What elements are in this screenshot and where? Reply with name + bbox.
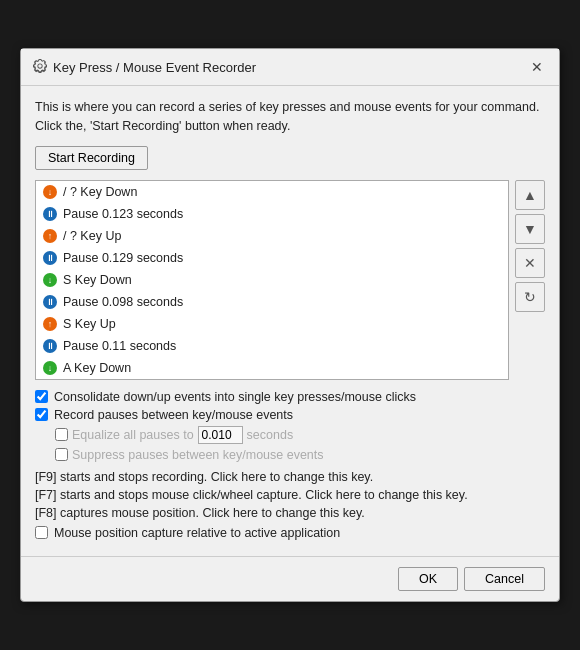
suppress-label: Suppress pauses between key/mouse events bbox=[72, 448, 324, 462]
mouse-position-checkbox[interactable] bbox=[35, 526, 48, 539]
event-icon: ↑ bbox=[42, 228, 58, 244]
side-buttons: ▲ ▼ ✕ ↻ bbox=[515, 180, 545, 380]
list-item[interactable]: ↑/ ? Key Up bbox=[36, 225, 508, 247]
delete-button[interactable]: ✕ bbox=[515, 248, 545, 278]
event-icon: ⏸ bbox=[42, 250, 58, 266]
gear-icon bbox=[33, 59, 47, 76]
event-icon: ↓ bbox=[42, 360, 58, 376]
cancel-button[interactable]: Cancel bbox=[464, 567, 545, 591]
move-up-button[interactable]: ▲ bbox=[515, 180, 545, 210]
suppress-row: Suppress pauses between key/mouse events bbox=[35, 448, 545, 462]
event-icon: ⏸ bbox=[42, 206, 58, 222]
list-item[interactable]: ⏸Pause 0.11 seconds bbox=[36, 335, 508, 357]
record-pauses-checkbox[interactable] bbox=[35, 408, 48, 421]
event-label: S Key Down bbox=[63, 273, 132, 287]
options-section: Consolidate down/up events into single k… bbox=[35, 390, 545, 462]
record-pauses-label: Record pauses between key/mouse events bbox=[54, 408, 293, 422]
list-item[interactable]: ↑S Key Up bbox=[36, 313, 508, 335]
event-icon: ↓ bbox=[42, 184, 58, 200]
start-recording-button[interactable]: Start Recording bbox=[35, 146, 148, 170]
mouse-position-row: Mouse position capture relative to activ… bbox=[35, 526, 545, 540]
move-down-button[interactable]: ▼ bbox=[515, 214, 545, 244]
refresh-button[interactable]: ↻ bbox=[515, 282, 545, 312]
mouse-position-label: Mouse position capture relative to activ… bbox=[54, 526, 340, 540]
record-pauses-row: Record pauses between key/mouse events bbox=[35, 408, 545, 422]
event-label: / ? Key Up bbox=[63, 229, 121, 243]
consolidate-row: Consolidate down/up events into single k… bbox=[35, 390, 545, 404]
title-bar: Key Press / Mouse Event Recorder ✕ bbox=[21, 49, 559, 86]
equalize-suffix: seconds bbox=[247, 428, 294, 442]
ok-button[interactable]: OK bbox=[398, 567, 458, 591]
list-item[interactable]: ↓/ ? Key Down bbox=[36, 181, 508, 203]
list-item[interactable]: ↓S Key Down bbox=[36, 269, 508, 291]
dialog-title: Key Press / Mouse Event Recorder bbox=[53, 60, 256, 75]
consolidate-checkbox[interactable] bbox=[35, 390, 48, 403]
event-icon: ↓ bbox=[42, 272, 58, 288]
description-text: This is where you can record a series of… bbox=[35, 98, 545, 136]
f7-hotkey[interactable]: [F7] starts and stops mouse click/wheel … bbox=[35, 488, 545, 502]
event-label: Pause 0.098 seconds bbox=[63, 295, 183, 309]
event-icon: ↑ bbox=[42, 316, 58, 332]
footer: OK Cancel bbox=[21, 556, 559, 601]
list-item[interactable]: ⏸Pause 0.129 seconds bbox=[36, 247, 508, 269]
close-button[interactable]: ✕ bbox=[527, 57, 547, 77]
event-list-container: ↓/ ? Key Down⏸Pause 0.123 seconds↑/ ? Ke… bbox=[35, 180, 545, 380]
equalize-input[interactable] bbox=[198, 426, 243, 444]
dialog-body: This is where you can record a series of… bbox=[21, 86, 559, 556]
event-label: Pause 0.11 seconds bbox=[63, 339, 176, 353]
event-label: A Key Down bbox=[63, 361, 131, 375]
event-label: / ? Key Down bbox=[63, 185, 137, 199]
equalize-checkbox[interactable] bbox=[55, 428, 68, 441]
main-dialog: Key Press / Mouse Event Recorder ✕ This … bbox=[20, 48, 560, 602]
event-icon: ⏸ bbox=[42, 338, 58, 354]
f9-hotkey[interactable]: [F9] starts and stops recording. Click h… bbox=[35, 470, 545, 484]
list-item[interactable]: ⏸Pause 0.098 seconds bbox=[36, 291, 508, 313]
consolidate-label: Consolidate down/up events into single k… bbox=[54, 390, 416, 404]
event-label: Pause 0.129 seconds bbox=[63, 251, 183, 265]
f8-hotkey[interactable]: [F8] captures mouse position. Click here… bbox=[35, 506, 545, 520]
event-label: Pause 0.123 seconds bbox=[63, 207, 183, 221]
equalize-row: Equalize all pauses to seconds bbox=[35, 426, 545, 444]
event-label: S Key Up bbox=[63, 317, 116, 331]
equalize-label: Equalize all pauses to bbox=[72, 428, 194, 442]
event-list[interactable]: ↓/ ? Key Down⏸Pause 0.123 seconds↑/ ? Ke… bbox=[35, 180, 509, 380]
list-item[interactable]: ↓A Key Down bbox=[36, 357, 508, 379]
suppress-checkbox[interactable] bbox=[55, 448, 68, 461]
event-icon: ⏸ bbox=[42, 294, 58, 310]
list-item[interactable]: ⏸Pause 0.123 seconds bbox=[36, 203, 508, 225]
